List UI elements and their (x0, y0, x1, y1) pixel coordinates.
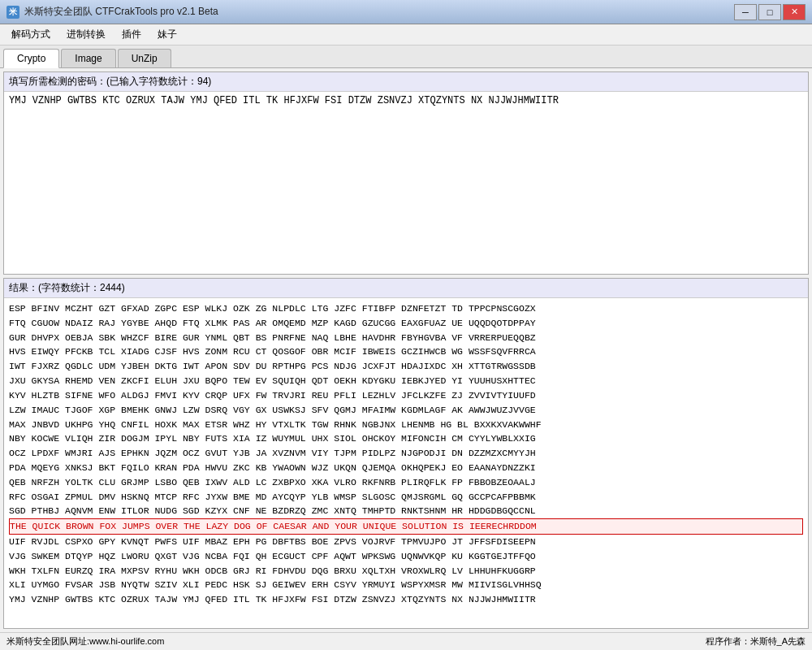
result-line: UIF RVJDL CSPXO GPY KVNQT PWFS UIF MBAZ … (9, 535, 803, 549)
menu-plugin[interactable]: 插件 (114, 24, 149, 45)
result-line: VJG SWKEM DTQYP HQZ LWORU QXGT VJG NCBA … (9, 549, 803, 564)
result-line: GUR DHVPX OEBJA SBK WHZCF BIRE GUR YNML … (9, 331, 803, 345)
result-line: LZW IMAUC TJGOF XGP BMEHK GNWJ LZW DSRQ … (9, 403, 803, 418)
result-line: XLI UYMGO FVSAR JSB NYQTW SZIV XLI PEDC … (9, 578, 803, 592)
result-line: YMJ VZNHP GWTBS KTC OZRUX TAJW YMJ QFED … (9, 592, 803, 607)
window-controls: ─ □ ✕ (734, 4, 806, 20)
result-line: WKH TXLFN EURZQ IRA MXPSV RYHU WKH ODCB … (9, 564, 803, 578)
result-section: 结果：(字符数统计：2444) ESP BFINV MCZHT GZT GFXA… (3, 278, 809, 629)
menu-bar: 解码方式 进制转换 插件 妹子 (0, 24, 812, 46)
app-icon: 米 (6, 6, 19, 19)
result-area[interactable]: ESP BFINV MCZHT GZT GFXAD ZGPC ESP WLKJ … (4, 298, 808, 628)
tab-crypto[interactable]: Crypto (3, 49, 59, 68)
input-label: 填写所需检测的密码：(已输入字符数统计：94) (4, 72, 808, 92)
maximize-button[interactable]: □ (758, 4, 781, 20)
result-line: PDA MQEYG XNKSJ BKT FQILO KRAN PDA HWVU … (9, 461, 803, 475)
result-label: 结果：(字符数统计：2444) (4, 279, 808, 298)
result-line: KYV HLZTB SIFNE WFO ALDGJ FMVI KYV CRQP … (9, 388, 803, 403)
status-bar: 米斯特安全团队网址:www.hi-ourlife.com 程序作者：米斯特_A先… (0, 632, 812, 650)
status-author: 程序作者：米斯特_A先森 (706, 635, 806, 648)
result-line: QEB NRFZH YOLTK CLU GRJMP LSBO QEB IXWV … (9, 475, 803, 490)
result-line: NBY KOCWE VLIQH ZIR DOGJM IPYL NBY FUTS … (9, 431, 803, 446)
title-bar: 米 米斯特安全团队 CTFCrakTools pro v2.1 Beta ─ □… (0, 0, 812, 24)
tab-image[interactable]: Image (61, 49, 115, 67)
tab-bar: Crypto Image UnZip (0, 46, 812, 68)
result-line: RFC OSGAI ZPMUL DMV HSKNQ MTCP RFC JYXW … (9, 490, 803, 505)
title-text: 米斯特安全团队 CTFCrakTools pro v2.1 Beta (24, 5, 734, 19)
close-button[interactable]: ✕ (783, 4, 806, 20)
menu-decode[interactable]: 解码方式 (3, 24, 58, 45)
result-line: THE QUICK BROWN FOX JUMPS OVER THE LAZY … (9, 518, 803, 535)
cipher-input[interactable] (4, 92, 808, 271)
result-line: OCZ LPDXF WMJRI AJS EPHKN JQZM OCZ GVUT … (9, 446, 803, 461)
result-line: HVS EIWQY PFCKB TCL XIADG CJSF HVS ZONM … (9, 344, 803, 359)
minimize-button[interactable]: ─ (734, 4, 757, 20)
result-line: MAX JNBVD UKHPG YHQ CNFIL HOXK MAX ETSR … (9, 418, 803, 432)
menu-girl[interactable]: 妹子 (149, 24, 185, 45)
result-line: JXU GKYSA RHEMD VEN ZKCFI ELUH JXU BQPO … (9, 374, 803, 388)
result-line: IWT FJXRZ QGDLC UDM YJBEH DKTG IWT APON … (9, 359, 803, 374)
result-line: SGD PTHBJ AQNVM ENW ITLOR NUDG SGD KZYX … (9, 504, 803, 518)
status-website: 米斯特安全团队网址:www.hi-ourlife.com (6, 635, 164, 648)
result-line: ESP BFINV MCZHT GZT GFXAD ZGPC ESP WLKJ … (9, 301, 803, 316)
menu-convert[interactable]: 进制转换 (58, 24, 114, 45)
tab-unzip[interactable]: UnZip (118, 49, 171, 67)
result-scroll-container: ESP BFINV MCZHT GZT GFXAD ZGPC ESP WLKJ … (4, 298, 808, 628)
input-section: 填写所需检测的密码：(已输入字符数统计：94) (3, 72, 809, 275)
result-line: FTQ CGUOW NDAIZ RAJ YGYBE AHQD FTQ XLMK … (9, 316, 803, 331)
